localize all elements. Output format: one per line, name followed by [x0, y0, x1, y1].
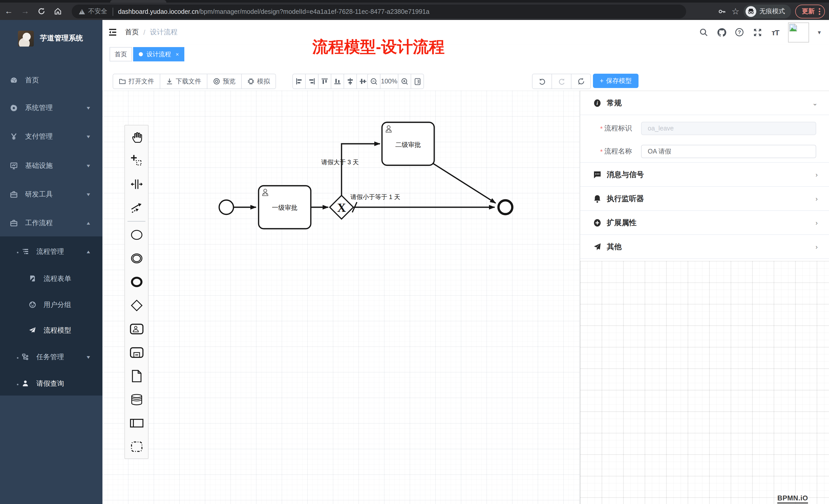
flow-task2-to-end[interactable]: [433, 163, 496, 203]
process-key-input[interactable]: oa_leave: [641, 122, 816, 135]
breadcrumb-home[interactable]: 首页: [125, 28, 139, 37]
bpmn-io-watermark[interactable]: BPMN.iO: [777, 494, 808, 503]
password-key-icon[interactable]: [717, 6, 728, 16]
sidebar-item-leave-query[interactable]: 请假查询: [0, 370, 102, 397]
avatar-caret-icon[interactable]: ▼: [817, 30, 822, 35]
security-label[interactable]: 不安全: [88, 7, 107, 16]
main-content: 打开文件 下载文件 预览 模拟: [102, 64, 829, 504]
task-first-approval[interactable]: 一级审批: [259, 186, 311, 229]
sidebar-item-devtools[interactable]: 研发工具 ▼: [0, 180, 102, 208]
address-bar[interactable]: 不安全 dashboard.yudao.iocoder.cn/bpm/manag…: [72, 5, 686, 18]
sidebar-item-process-mgmt[interactable]: 流程管理 ▲: [0, 237, 102, 266]
open-file-button[interactable]: 打开文件: [113, 74, 160, 88]
restart-icon[interactable]: [571, 74, 590, 88]
lasso-tool-icon[interactable]: [125, 149, 148, 172]
gateway-icon[interactable]: [125, 294, 148, 317]
end-event[interactable]: [499, 200, 512, 214]
bpmn-canvas[interactable]: 一级审批 X 二级审批 请假大于 3 天 请假小于等于 1 天: [102, 90, 580, 504]
section-general[interactable]: i 常规 ⌄: [580, 91, 829, 115]
home-icon[interactable]: [50, 5, 66, 18]
align-center-horizontal-icon[interactable]: [344, 74, 357, 88]
sidebar-item-infra[interactable]: 基础设施 ▼: [0, 151, 102, 180]
tab-design-process[interactable]: 设计流程 ×: [133, 47, 185, 62]
data-store-icon[interactable]: [125, 388, 148, 412]
participant-pool-icon[interactable]: [125, 412, 148, 435]
user-face-icon: [28, 301, 36, 309]
chevron-down-icon: ▼: [85, 163, 91, 168]
preview-label: 预览: [223, 77, 236, 86]
search-icon[interactable]: [698, 27, 709, 37]
fullscreen-icon[interactable]: [752, 27, 762, 37]
chevron-right-icon[interactable]: ›: [816, 171, 818, 178]
app-logo-row[interactable]: 芋道管理系统: [0, 24, 102, 53]
reload-icon[interactable]: [34, 5, 49, 18]
chevron-right-icon[interactable]: ›: [816, 195, 818, 202]
subprocess-icon[interactable]: [125, 341, 148, 364]
intermediate-event-icon[interactable]: [125, 247, 148, 270]
security-warning-icon[interactable]: [79, 9, 85, 14]
undo-icon[interactable]: [533, 74, 552, 88]
browser-actions: ☆ 无痕模式 更新: [717, 5, 825, 18]
chevron-right-icon[interactable]: ›: [816, 219, 818, 226]
sidebar-item-user-group[interactable]: 用户分组: [0, 290, 102, 319]
global-connect-tool-icon[interactable]: [125, 196, 148, 220]
browser-active-tab[interactable]: [110, 0, 167, 3]
chevron-down-icon[interactable]: ⌄: [812, 99, 818, 107]
help-icon[interactable]: ?: [734, 27, 745, 37]
sidebar-item-workflow[interactable]: 工作流程 ▲: [0, 209, 102, 237]
zoom-in-icon[interactable]: [398, 74, 411, 88]
sidebar-item-process-model[interactable]: 流程模型: [0, 316, 102, 344]
url-path: /bpm/manager/model/design?modelId=e4a1a1…: [199, 8, 429, 15]
github-icon[interactable]: [716, 27, 727, 37]
hand-tool-icon[interactable]: [125, 125, 148, 149]
align-top-icon[interactable]: [319, 74, 331, 88]
start-event-icon[interactable]: [125, 223, 148, 247]
bookmark-star-icon[interactable]: ☆: [732, 6, 740, 17]
chevron-up-icon: ▲: [85, 220, 91, 225]
zoom-out-icon[interactable]: [368, 74, 381, 88]
sidebar-item-payment[interactable]: 支付管理 ▼: [0, 122, 102, 150]
browser-menu-icon[interactable]: [819, 8, 820, 15]
task2-label: 二级审批: [395, 141, 421, 148]
back-icon[interactable]: ←: [1, 5, 16, 18]
font-size-icon[interactable]: тT: [770, 27, 780, 37]
align-bottom-icon[interactable]: [331, 74, 344, 88]
section-extended-attributes[interactable]: 扩展属性 ›: [580, 211, 829, 235]
save-model-button[interactable]: + 保存模型: [593, 74, 639, 88]
flow-label-lte-1-day: 请假小于等于 1 天: [351, 193, 400, 200]
zoom-level[interactable]: 100%: [381, 74, 398, 88]
start-event[interactable]: [219, 200, 233, 215]
forward-icon[interactable]: →: [17, 5, 33, 18]
task-second-approval[interactable]: 二级审批: [382, 122, 434, 165]
collapse-sidebar-icon[interactable]: [108, 27, 118, 37]
end-event-icon[interactable]: [125, 270, 148, 294]
preview-button[interactable]: 预览: [207, 74, 242, 88]
space-tool-icon[interactable]: [125, 172, 148, 196]
download-file-button[interactable]: 下载文件: [160, 74, 207, 88]
tab-home[interactable]: 首页: [110, 47, 132, 62]
section-execution-listener[interactable]: 执行监听器 ›: [580, 187, 829, 211]
data-object-icon[interactable]: [125, 364, 148, 388]
simulate-button[interactable]: 模拟: [242, 74, 276, 88]
section-other[interactable]: 其他 ›: [580, 235, 829, 259]
sidebar-item-home[interactable]: 首页: [0, 66, 102, 94]
briefcase-icon: [10, 190, 18, 198]
sidebar-item-task-mgmt[interactable]: 任务管理 ▼: [0, 343, 102, 371]
avatar[interactable]: [788, 22, 809, 42]
section-message-signal[interactable]: 消息与信号 ›: [580, 163, 829, 187]
close-tab-icon[interactable]: ×: [176, 51, 179, 57]
group-icon[interactable]: [125, 435, 148, 459]
zoom-reset-icon[interactable]: [411, 74, 424, 88]
user-task-icon[interactable]: [125, 317, 148, 341]
zoom-button-group: 100%: [367, 74, 424, 89]
sidebar-item-process-form[interactable]: 流程表单: [0, 265, 102, 293]
exclusive-gateway[interactable]: X: [330, 195, 353, 219]
redo-icon[interactable]: [552, 74, 571, 88]
update-button[interactable]: 更新: [795, 5, 825, 18]
process-name-input[interactable]: OA 请假: [641, 145, 816, 158]
chevron-right-icon[interactable]: ›: [816, 243, 818, 250]
sidebar-item-system[interactable]: 系统管理 ▼: [0, 93, 102, 122]
flow-gateway-to-task2[interactable]: [341, 144, 380, 196]
align-right-icon[interactable]: [306, 74, 319, 88]
align-left-icon[interactable]: [293, 74, 306, 88]
